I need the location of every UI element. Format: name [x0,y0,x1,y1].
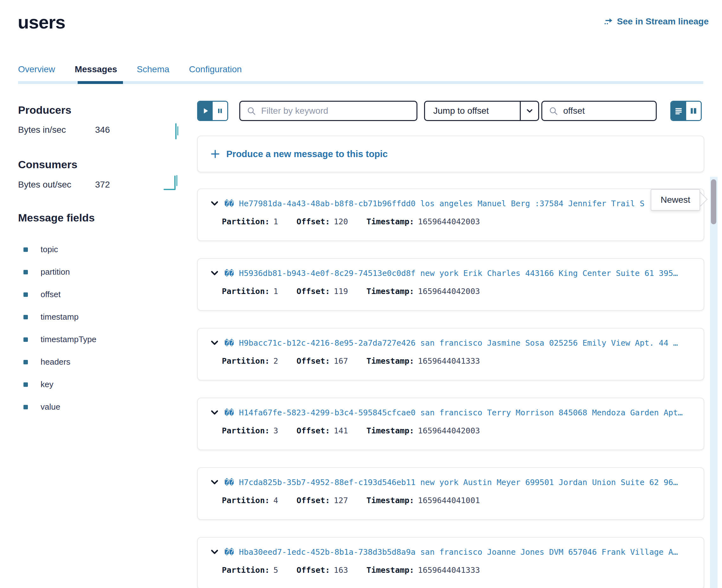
key-bytes-icon: �� [224,269,234,278]
offset-value: 167 [334,356,348,365]
key-bytes-icon: �� [224,408,234,417]
partition-label: Partition: [222,426,270,435]
field-item-offset[interactable]: offset [23,283,96,306]
message-row[interactable]: �� H5936db81-b943-4e0f-8c29-74513e0c0d8f… [197,258,704,311]
timestamp-label: Timestamp: [366,287,414,296]
offset-search-input[interactable]: offset [541,101,657,121]
scrollbar-track[interactable] [710,177,718,588]
key-bytes-icon: �� [224,547,234,556]
see-in-stream-lineage-link[interactable]: See in Stream lineage [604,17,709,27]
message-row[interactable]: �� H7cda825b-35b7-4952-88ef-c193d546eb11… [197,467,704,520]
bytes-in-label: Bytes in/sec [18,125,95,135]
newest-tooltip-label: Newest [661,195,690,205]
message-key[interactable]: H14fa67fe-5823-4299-b3c4-595845cfcae0 sa… [239,408,683,417]
timestamp-meta: Timestamp: 1659644042003 [366,426,480,435]
partition-meta: Partition: 1 [222,287,278,296]
produce-message-label: Produce a new message to this topic [226,149,388,159]
play-pause-toggle [197,101,228,121]
offset-search-value: offset [563,106,585,116]
pause-icon [216,107,224,115]
timestamp-label: Timestamp: [366,566,414,575]
partition-value: 5 [273,566,278,575]
chevron-down-icon[interactable] [210,338,219,348]
search-icon [247,106,256,115]
column-view-button[interactable] [686,102,701,120]
field-item-headers[interactable]: headers [23,351,96,373]
message-key[interactable]: H7cda825b-35b7-4952-88ef-c193d546eb11 ne… [239,478,678,487]
stream-lineage-arrow-icon [604,17,614,27]
offset-meta: Offset: 141 [297,426,348,435]
chevron-down-icon[interactable] [210,547,219,556]
producers-stat-row: Bytes in/sec 346 [18,125,110,135]
message-row-header: �� H5936db81-b943-4e0f-8c29-74513e0c0d8f… [210,268,697,278]
tab-schema[interactable]: Schema [137,64,169,75]
partition-label: Partition: [222,566,270,575]
bytes-out-value: 372 [95,180,110,190]
tab-messages[interactable]: Messages [75,64,117,75]
partition-label: Partition: [222,356,270,365]
field-item-partition[interactable]: partition [23,261,96,283]
timestamp-meta: Timestamp: 1659644042003 [366,287,480,296]
pause-button[interactable] [213,102,227,120]
message-fields-list: topic partition offset timestamp timesta… [23,238,96,418]
field-item-key[interactable]: key [23,373,96,396]
partition-label: Partition: [222,217,270,226]
field-bullet-icon [23,315,28,319]
consumers-heading: Consumers [18,159,77,171]
chevron-down-icon [521,106,538,115]
offset-value: 119 [334,287,348,296]
produce-message-button[interactable]: Produce a new message to this topic [197,135,704,172]
offset-label: Offset: [297,356,330,365]
list-view-button[interactable] [671,102,686,120]
message-row-header: �� H14fa67fe-5823-4299-b3c4-595845cfcae0… [210,408,697,417]
message-row[interactable]: �� Hba30eed7-1edc-452b-8b1a-738d3b5d8a9a… [197,537,704,588]
timestamp-value: 1659644041333 [418,566,480,575]
partition-value: 1 [273,217,278,226]
partition-value: 4 [273,496,278,505]
jump-to-offset-select[interactable]: Jump to offset [424,101,539,121]
field-bullet-icon [23,292,28,297]
field-bullet-icon [23,405,28,409]
chevron-down-icon[interactable] [210,198,219,208]
field-bullet-icon [23,337,28,342]
message-row[interactable]: �� H14fa67fe-5823-4299-b3c4-595845cfcae0… [197,398,704,450]
scrollbar-thumb[interactable] [711,179,716,224]
offset-label: Offset: [297,496,330,505]
play-button[interactable] [198,102,213,120]
partition-label: Partition: [222,496,270,505]
plus-icon [210,149,221,159]
message-key[interactable]: H5936db81-b943-4e0f-8c29-74513e0c0d8f ne… [239,269,678,278]
chevron-down-icon[interactable] [210,478,219,487]
message-key[interactable]: He77981da-4a43-48ab-b8f8-cb71b96ffdd0 lo… [239,199,644,208]
message-row[interactable]: �� H9bacc71c-b12c-4216-8e95-2a7da727e426… [197,328,704,380]
message-row[interactable]: �� He77981da-4a43-48ab-b8f8-cb71b96ffdd0… [197,189,704,241]
message-key[interactable]: H9bacc71c-b12c-4216-8e95-2a7da727e426 sa… [239,338,678,348]
field-item-timestampType[interactable]: timestampType [23,328,96,351]
page-title: users [18,12,65,33]
tab-overview[interactable]: Overview [18,64,55,75]
timestamp-meta: Timestamp: 1659644041001 [366,496,480,505]
message-meta: Partition: 4 Offset: 127 Timestamp: 1659… [222,496,498,505]
see-in-stream-lineage-label: See in Stream lineage [617,17,709,27]
offset-meta: Offset: 120 [297,217,348,226]
search-icon [549,106,558,115]
message-meta: Partition: 2 Offset: 167 Timestamp: 1659… [222,356,498,365]
list-view-icon [675,107,683,115]
message-key[interactable]: Hba30eed7-1edc-452b-8b1a-738d3b5d8a9a sa… [239,547,678,556]
consumers-stat-row: Bytes out/sec 372 [18,180,110,190]
field-bullet-icon [23,360,28,364]
partition-label: Partition: [222,287,270,296]
field-item-topic[interactable]: topic [23,238,96,261]
bytes-out-label: Bytes out/sec [18,180,95,190]
offset-value: 127 [334,496,348,505]
bytes-out-sparkline [164,174,182,191]
field-item-value[interactable]: value [23,396,96,418]
filter-keyword-input[interactable]: Filter by keyword [239,101,417,121]
timestamp-label: Timestamp: [366,356,414,365]
tab-configuration[interactable]: Configuration [189,64,242,75]
chevron-down-icon[interactable] [210,268,219,278]
field-item-timestamp[interactable]: timestamp [23,306,96,328]
offset-label: Offset: [297,287,330,296]
bytes-in-value: 346 [95,125,110,135]
chevron-down-icon[interactable] [210,408,219,417]
